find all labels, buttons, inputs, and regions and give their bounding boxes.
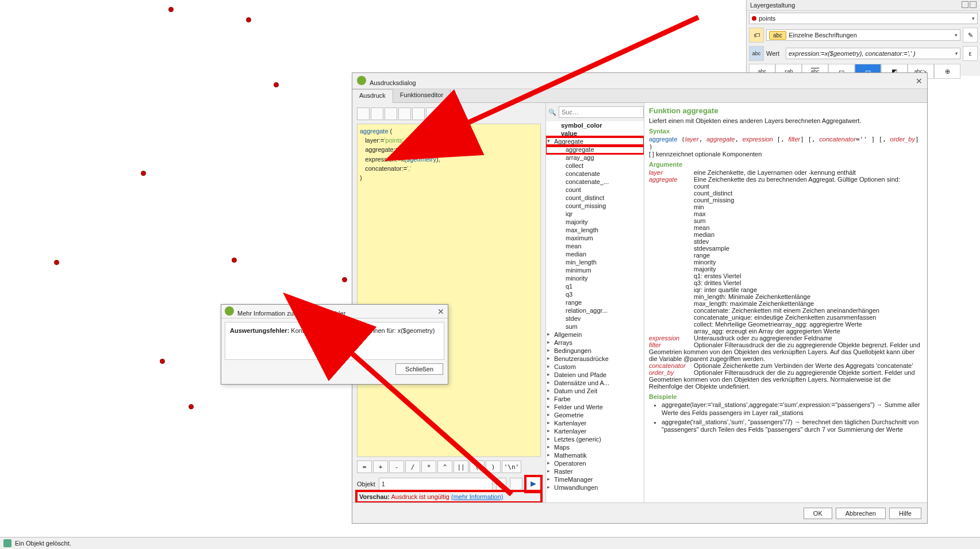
tree-item[interactable]: relation_aggr... xyxy=(546,306,644,314)
tree-item[interactable]: symbol_color xyxy=(546,121,644,129)
tree-item[interactable]: max_length xyxy=(546,226,644,234)
save-expression-button[interactable] xyxy=(371,108,383,120)
expression-builder-button[interactable]: ε xyxy=(963,46,978,61)
help-button[interactable]: Hilfe xyxy=(889,508,921,519)
syntax-line: aggregate (layer, aggregate, expression … xyxy=(649,136,923,151)
import-expression-button[interactable] xyxy=(412,108,425,120)
error-body: Auswertungsfehler: Konnte Aggregat nicht… xyxy=(225,322,444,360)
tree-group[interactable]: Bedingungen xyxy=(546,347,644,355)
tree-item[interactable]: stdev xyxy=(546,314,644,323)
tree-item[interactable]: count_missing xyxy=(546,202,644,210)
tree-item[interactable]: array_agg xyxy=(546,153,644,162)
tree-item[interactable]: mean xyxy=(546,242,644,250)
op-eq[interactable]: = xyxy=(357,460,372,473)
op-minus[interactable]: - xyxy=(389,460,404,473)
tree-group[interactable]: Datensätze und A... xyxy=(546,379,644,387)
tree-item[interactable]: value xyxy=(546,129,644,137)
tree-group[interactable]: Raster xyxy=(546,467,644,475)
tree-item[interactable]: majority xyxy=(546,218,644,226)
preview-more-info-link[interactable]: (mehr Information) xyxy=(451,493,503,500)
tab-function-editor[interactable]: Funktionseditor xyxy=(393,89,451,102)
op-newline[interactable]: '\n' xyxy=(502,460,521,473)
op-concat[interactable]: || xyxy=(454,460,468,473)
tree-item[interactable]: minimum xyxy=(546,266,644,274)
tree-group[interactable]: Umwandlungen xyxy=(546,483,644,492)
op-div[interactable]: / xyxy=(405,460,420,473)
error-titlebar[interactable]: Mehr Information zum Ausdrucksfehler ✕ xyxy=(221,305,448,318)
cancel-button[interactable]: Abbrechen xyxy=(836,508,886,519)
tree-item[interactable]: concatenate xyxy=(546,170,644,178)
symbology-tab-icon[interactable]: abc xyxy=(749,46,764,61)
edit-expression-button[interactable] xyxy=(385,108,397,120)
tree-group[interactable]: Letztes (generic) xyxy=(546,435,644,443)
delete-expression-button[interactable] xyxy=(398,108,411,120)
tree-group[interactable]: Arrays xyxy=(546,339,644,347)
dialog-tabs: Ausdruck Funktionseditor xyxy=(352,89,927,103)
labels-tab-icon[interactable]: 🏷 xyxy=(749,28,764,43)
tree-item[interactable]: range xyxy=(546,298,644,306)
tree-item[interactable]: q1 xyxy=(546,282,644,290)
tree-group[interactable]: Allgemein xyxy=(546,331,644,339)
close-button[interactable]: Schließen xyxy=(395,363,443,375)
tree-group[interactable]: Felder und Werte xyxy=(546,403,644,411)
tree-item[interactable]: q3 xyxy=(546,290,644,298)
expression-editor[interactable]: aggregate ( layer:='points', aggregate:=… xyxy=(357,124,541,457)
object-label: Objekt xyxy=(357,481,375,487)
agg-option: sum xyxy=(694,217,923,224)
tree-item[interactable]: collect xyxy=(546,162,644,170)
label-mode-dropdown[interactable]: abc Einzelne Beschriftungen xyxy=(766,29,960,41)
export-expression-button[interactable] xyxy=(426,108,439,120)
tree-item[interactable]: min_length xyxy=(546,258,644,266)
dialog-titlebar[interactable]: Ausdrucksdialog ✕ xyxy=(352,73,927,89)
object-input[interactable] xyxy=(379,478,493,490)
tree-item[interactable]: concatenate_... xyxy=(546,178,644,186)
tab-expression[interactable]: Ausdruck xyxy=(352,89,393,103)
undock-icon[interactable] xyxy=(962,1,969,8)
close-panel-icon[interactable] xyxy=(970,1,977,8)
placement-tab[interactable]: ⊕ xyxy=(934,64,960,79)
tree-group[interactable]: Operatoren xyxy=(546,459,644,467)
label-settings-button[interactable]: ✎ xyxy=(963,28,978,43)
tree-group[interactable]: Geometrie xyxy=(546,411,644,419)
tree-group[interactable]: Kartenlayer xyxy=(546,427,644,435)
tree-group[interactable]: Maps xyxy=(546,443,644,451)
ok-button[interactable]: OK xyxy=(804,508,832,519)
tree-item[interactable]: minority xyxy=(546,274,644,282)
search-input[interactable] xyxy=(559,106,644,118)
tree-group[interactable]: Kartenlayer xyxy=(546,419,644,427)
tree-group[interactable]: Datum und Zeit xyxy=(546,387,644,395)
op-mul[interactable]: * xyxy=(421,460,436,473)
op-rparen[interactable]: ) xyxy=(486,460,501,473)
tree-group[interactable]: Mathematik xyxy=(546,451,644,459)
close-icon[interactable]: ✕ xyxy=(916,76,923,86)
new-expression-button[interactable] xyxy=(357,108,370,120)
op-plus[interactable]: + xyxy=(373,460,388,473)
syntax-label: Syntax xyxy=(649,128,923,135)
tree-group[interactable]: Custom xyxy=(546,363,644,371)
preview-error: Ausdruck ist ungültig xyxy=(391,493,449,500)
tree-item[interactable]: count xyxy=(546,186,644,194)
op-pow[interactable]: ^ xyxy=(437,460,452,473)
layer-dropdown[interactable]: points xyxy=(749,13,978,24)
error-dialog-title: Mehr Information zum Ausdrucksfehler xyxy=(237,310,345,317)
object-prev-button[interactable] xyxy=(510,478,522,490)
op-lparen[interactable]: ( xyxy=(470,460,485,473)
function-tree[interactable]: symbol_color value Aggregate aggregatear… xyxy=(546,121,644,502)
tree-item[interactable]: sum xyxy=(546,323,644,331)
tree-group[interactable]: TimeManager xyxy=(546,475,644,483)
tree-group[interactable]: Benutzerausdrücke xyxy=(546,355,644,363)
tree-group[interactable]: Farbe xyxy=(546,395,644,403)
wert-dropdown[interactable]: expression:=x($geometry), concatenator:=… xyxy=(786,48,960,59)
object-dropdown-button[interactable]: ▾ xyxy=(496,478,506,490)
tree-item[interactable]: iqr xyxy=(546,210,644,218)
close-icon[interactable]: ✕ xyxy=(437,307,444,316)
object-next-button[interactable] xyxy=(526,477,541,492)
tree-item[interactable]: median xyxy=(546,250,644,258)
search-icon: 🔍 xyxy=(548,109,556,116)
agg-option: concatenate: Zeichenketten mit einem Zei… xyxy=(694,307,923,314)
tree-item[interactable]: aggregate xyxy=(546,145,644,153)
tree-item[interactable]: count_distinct xyxy=(546,194,644,202)
tree-item[interactable]: maximum xyxy=(546,234,644,242)
tree-group[interactable]: Dateien und Pfade xyxy=(546,371,644,379)
tree-group-aggregate[interactable]: Aggregate xyxy=(546,137,644,145)
